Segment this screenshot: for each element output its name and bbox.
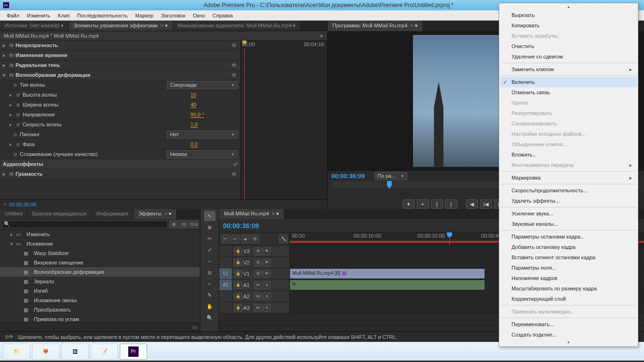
context-menu-item[interactable]: Копировать	[500, 20, 637, 31]
tab-audio-mixer[interactable]: Микширование аудиоклипа: Мой MMail.Ru.mp…	[173, 21, 301, 31]
context-menu-item[interactable]: Добавить остановку кадра	[500, 242, 637, 252]
context-menu-item[interactable]: Корректирующий слой	[500, 294, 637, 304]
razor-tool[interactable]: ⊘	[204, 267, 215, 278]
zoom-fit-dropdown[interactable]: По ра...	[374, 172, 407, 180]
effects-tree[interactable]: ▸▭Изменить▾▭Искажение▦Warp Stabilizer▦Ви…	[0, 230, 200, 323]
context-menu-item[interactable]: Переименовать...	[500, 319, 637, 329]
pinning-dropdown[interactable]: Нет	[167, 131, 238, 139]
wave-speed-value[interactable]: 1,0	[190, 122, 238, 127]
tab-media-browser[interactable]: Браузер медиаданных	[27, 209, 91, 219]
track-header[interactable]: 🔒A3MS	[232, 302, 290, 313]
toggle2-icon[interactable]: 👁	[263, 259, 271, 266]
tab-effects[interactable]: Эффекты× ▾	[133, 209, 177, 219]
tab-source[interactable]: Источник: (нет клипов) ▾	[0, 21, 69, 31]
new-bin-icon[interactable]: ▭	[192, 324, 197, 330]
context-menu-item[interactable]: Вырезать	[500, 10, 637, 20]
step-back-button[interactable]: |◀	[480, 199, 492, 209]
lock-icon[interactable]: 🔒	[234, 304, 242, 312]
linked-selection-button[interactable]: ⊂	[231, 235, 239, 243]
rolling-tool[interactable]: ⤢	[204, 245, 215, 255]
track-header[interactable]: 🔒A2MS	[232, 291, 290, 302]
phase-value[interactable]: 0,0	[190, 141, 238, 147]
context-menu-item[interactable]: Отменить связь	[500, 87, 637, 98]
lock-icon[interactable]: 🔒	[234, 259, 242, 266]
menu-scroll-up[interactable]: ▲	[500, 4, 637, 10]
tree-item[interactable]: ▦Изгиб	[0, 286, 200, 296]
track-header[interactable]: 🔒V1⊟👁	[232, 268, 290, 279]
program-btn-1[interactable]: +	[417, 199, 429, 209]
toggle2-icon[interactable]: S	[263, 304, 271, 312]
timeline-clip[interactable]: fx	[290, 280, 485, 290]
toggle-icon[interactable]: M	[254, 281, 262, 289]
tree-item[interactable]: ▦Warp Stabilizer	[0, 248, 200, 258]
tab-project[interactable]: Untitled	[0, 209, 27, 219]
pen-tool[interactable]: ✎	[204, 290, 215, 300]
lock-icon[interactable]: 🔒	[234, 247, 242, 255]
tab-effect-controls[interactable]: Элементы управления эффектами× ▾	[69, 21, 173, 31]
tree-item[interactable]: ▾▭Искажение	[0, 239, 200, 248]
taskbar-wordpad[interactable]: 📝	[91, 344, 118, 360]
menu-title[interactable]: Заголовок	[157, 11, 190, 20]
lock-icon[interactable]: 🔒	[234, 293, 242, 300]
track-header[interactable]: 🔒A1MS	[232, 280, 290, 290]
lock-icon[interactable]: 🔒	[234, 270, 242, 278]
slip-tool[interactable]: ↔	[204, 279, 215, 289]
toggle2-icon[interactable]: 👁	[263, 270, 271, 278]
track-patch[interactable]	[219, 291, 232, 302]
wrench-icon[interactable]: 🔧	[279, 235, 288, 243]
context-menu-item[interactable]: Маркировка	[500, 173, 637, 183]
tree-item[interactable]: ▦Преобразовать	[0, 305, 200, 314]
context-menu-item[interactable]: Звуковые каналы...	[500, 219, 637, 229]
toggle-icon[interactable]: ⊟	[254, 259, 262, 266]
mark-in-button[interactable]: {	[431, 199, 443, 209]
track-patch[interactable]	[219, 302, 232, 313]
effect-timeline[interactable]: 00;0000:04:16;	[240, 41, 327, 199]
snap-button[interactable]: ⊢	[221, 235, 230, 243]
menu-scroll-down[interactable]: ▼	[500, 340, 637, 346]
fx-badge-yuv-icon[interactable]: YUV	[190, 221, 198, 228]
track-select-tool[interactable]: ⊕	[204, 222, 215, 232]
context-menu-item[interactable]: Включить	[500, 77, 637, 87]
menu-clip[interactable]: Клип	[54, 11, 74, 20]
marker-button[interactable]: ◈	[241, 235, 249, 243]
context-menu-item[interactable]: Удалить эффекты...	[500, 196, 637, 206]
ripple-tool[interactable]: ✂	[204, 233, 215, 244]
context-menu-item[interactable]: Усиление звука...	[500, 208, 637, 219]
timeline-clip[interactable]: Мой MMail.Ru.mp4 [В] ▦	[290, 269, 485, 279]
context-menu-item[interactable]: Вложить...	[500, 149, 637, 160]
toggle-icon[interactable]: ⊟	[254, 270, 262, 278]
zoom-tool[interactable]: 🔍	[204, 313, 215, 323]
context-menu-item[interactable]: Вставить сегмент остановки кадра	[500, 252, 637, 263]
fx-badge-accel-icon[interactable]: ⊞	[170, 221, 178, 228]
program-playhead[interactable]	[387, 181, 392, 189]
tree-item[interactable]: ▦Вихревое смещение	[0, 258, 200, 267]
context-menu-item[interactable]: Параметры остановки кадра...	[500, 231, 637, 242]
toggle-icon[interactable]: M	[254, 304, 262, 312]
menu-marker[interactable]: Маркер	[132, 11, 157, 20]
effects-search-input[interactable]	[2, 221, 168, 228]
tree-item[interactable]: ▦Искажение линзы	[0, 296, 200, 305]
close-icon[interactable]: ×	[160, 23, 163, 28]
program-timecode[interactable]: 00:00:36:09	[331, 173, 365, 180]
wave-type-dropdown[interactable]: Синусоида	[167, 81, 238, 89]
effect-parameters[interactable]: ▸fxНепрозрачность⟲ ▸fxИзменение времени …	[0, 41, 240, 199]
timeline-timecode[interactable]: 00:00:36:09	[223, 222, 259, 230]
wave-width-value[interactable]: 40	[190, 102, 238, 107]
context-menu-item[interactable]: Наложение кадров	[500, 273, 637, 283]
taskbar-explorer[interactable]: 📁	[3, 344, 30, 360]
track-patch[interactable]: V1	[219, 268, 232, 279]
tree-item[interactable]: ▦Зеркало	[0, 277, 200, 286]
track-header[interactable]: 🔒V2⊟👁	[232, 257, 290, 268]
context-menu-item[interactable]: Удаление со сдвигом	[500, 51, 637, 62]
track-header[interactable]: 🔒V3⊟👁	[232, 246, 290, 256]
menu-help[interactable]: Справка	[209, 11, 237, 20]
context-menu-item[interactable]: Параметры поля...	[500, 263, 637, 273]
timeline-playhead[interactable]	[449, 232, 450, 245]
tree-item[interactable]: ▦Привязка по углам	[0, 314, 200, 323]
wave-height-value[interactable]: 10	[190, 92, 238, 98]
track-patch[interactable]	[219, 246, 232, 256]
menu-window[interactable]: Окно	[189, 11, 209, 20]
wave-direction-value[interactable]: 90,0 °	[190, 112, 238, 117]
toggle2-icon[interactable]: 👁	[263, 247, 271, 255]
settings-button[interactable]: ⚙	[251, 235, 259, 243]
